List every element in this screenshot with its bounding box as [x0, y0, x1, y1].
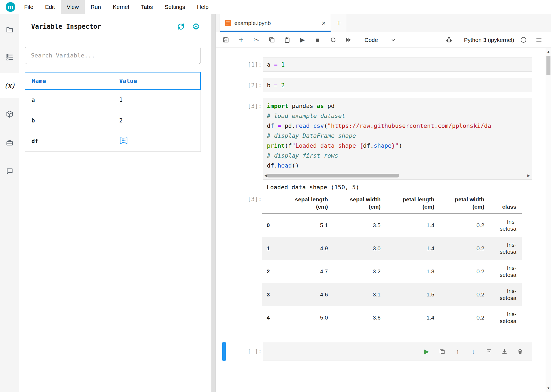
menu-settings[interactable]: Settings — [159, 0, 191, 14]
dataframe-table: sepal length(cm)sepal width(cm)petal len… — [262, 191, 522, 329]
cut-cells-button[interactable]: ✂ — [250, 34, 263, 46]
cell-type-dropdown[interactable]: Code — [364, 37, 396, 43]
dataframe-grid-icon[interactable] — [119, 137, 128, 144]
code-cell-1[interactable]: a = 1 — [263, 57, 532, 72]
dataframe-body: 05.13.51.40.2Iris-setosa14.93.01.40.2Iri… — [262, 214, 522, 329]
insert-cell-button[interactable]: + — [235, 34, 247, 46]
search-variable-input[interactable] — [25, 47, 201, 64]
activity-running[interactable] — [0, 47, 19, 67]
scroll-left-icon[interactable]: ◀ — [264, 173, 267, 177]
refresh-button[interactable] — [176, 21, 186, 32]
menu-help[interactable]: Help — [191, 0, 214, 14]
paste-cells-button[interactable] — [281, 34, 293, 46]
vertical-scroll-thumb[interactable] — [546, 56, 550, 75]
code-cell-3[interactable]: import pandas as pd# load example datase… — [263, 99, 532, 180]
tab-example-ipynb[interactable]: example.ipynb × — [220, 14, 331, 32]
menu-edit[interactable]: Edit — [39, 0, 61, 14]
variable-value-icon-cell — [113, 137, 201, 146]
restart-icon — [330, 37, 337, 43]
toolbar-menu-button[interactable] — [533, 34, 545, 46]
menu-file[interactable]: File — [18, 0, 39, 14]
add-icon: + — [239, 36, 244, 44]
variable-row: b 2 — [25, 110, 201, 131]
activity-chat[interactable] — [0, 162, 19, 181]
play-icon: ▶ — [424, 348, 429, 355]
insert-cell-below-icon — [501, 348, 508, 355]
horizontal-scrollbar[interactable]: ◀ ▶ — [263, 172, 532, 179]
output-prompt: [3]: — [216, 194, 262, 204]
variable-name: a — [25, 97, 113, 103]
input-prompt: [1]: — [216, 60, 262, 70]
activity-files[interactable] — [0, 20, 19, 39]
run-icon: ▶ — [300, 37, 305, 43]
dataframe-row: 45.03.61.40.2Iris-setosa — [262, 306, 522, 329]
variable-inspector-panel: Variable Inspector ⚙ Name Value a 1 — [19, 14, 211, 392]
panel-resizer[interactable] — [211, 14, 216, 392]
chevron-down-icon — [390, 37, 396, 43]
activity-variable-inspector[interactable]: (x) — [0, 73, 19, 98]
toolbar-right: Python 3 (ipykernel) — [443, 34, 545, 46]
variable-inspector-icon: (x) — [5, 81, 14, 90]
insert-cell-above-icon — [486, 348, 492, 355]
menu-tabs[interactable]: Tabs — [135, 0, 159, 14]
horizontal-scroll-thumb[interactable] — [267, 174, 399, 177]
vertical-scrollbar[interactable]: ▲ ▼ — [546, 48, 551, 392]
stdout-text: Loaded data shape (150, 5) — [267, 183, 359, 192]
menu-view[interactable]: View — [61, 0, 85, 14]
duplicate-icon — [439, 348, 445, 355]
code-cell-2[interactable]: b = 2 — [263, 78, 532, 92]
activity-bar: (x) — [0, 14, 19, 392]
variable-name: b — [25, 117, 113, 124]
notebook-icon — [225, 20, 231, 26]
new-tab-button[interactable]: + — [331, 14, 346, 32]
run-all-icon — [345, 37, 352, 43]
panel-title: Variable Inspector — [31, 23, 101, 30]
scroll-down-icon[interactable]: ▼ — [546, 385, 551, 391]
settings-button[interactable]: ⚙ — [191, 21, 201, 32]
variable-name: df — [25, 138, 113, 144]
variable-value: 1 — [113, 97, 201, 103]
kernel-name[interactable]: Python 3 (ipykernel) — [464, 37, 514, 43]
cell-move-down-button[interactable]: ↓ — [469, 347, 478, 356]
activity-extensions[interactable] — [0, 104, 19, 124]
variable-row: a 1 — [25, 90, 201, 110]
trash-icon — [517, 348, 523, 355]
interrupt-kernel-button[interactable]: ■ — [312, 34, 324, 46]
variable-row: df — [25, 131, 201, 152]
insert-cell-below-button[interactable] — [500, 347, 509, 356]
tab-bar: example.ipynb × + — [216, 14, 551, 32]
insert-cell-above-button[interactable] — [484, 347, 493, 356]
run-cell-button[interactable]: ▶ — [296, 34, 309, 46]
scroll-up-icon[interactable]: ▲ — [546, 48, 551, 55]
tab-label: example.ipynb — [234, 20, 271, 26]
dataframe-row: 05.13.51.40.2Iris-setosa — [262, 214, 522, 237]
cell-duplicate-button[interactable] — [438, 347, 447, 356]
dataframe-header-row: sepal length(cm)sepal width(cm)petal len… — [262, 191, 522, 214]
restart-kernel-button[interactable] — [327, 34, 339, 46]
variable-table: Name Value a 1 b 2 df — [25, 72, 201, 152]
debugger-button[interactable] — [443, 34, 455, 46]
jupyter-app: m File Edit View Run Kernel Tabs Setting… — [0, 0, 551, 392]
copy-icon — [269, 37, 275, 43]
run-all-cells-button[interactable] — [342, 34, 355, 46]
dataframe-row: 24.73.21.30.2Iris-setosa — [262, 260, 522, 283]
save-icon — [223, 37, 229, 43]
gear-icon: ⚙ — [192, 22, 200, 31]
copy-cells-button[interactable] — [266, 34, 278, 46]
app-logo: m — [3, 0, 18, 14]
up-arrow-icon: ↑ — [456, 348, 459, 355]
empty-code-cell[interactable]: ▶ ↑ ↓ — [263, 342, 532, 361]
cell-run-button[interactable]: ▶ — [422, 347, 431, 356]
cube-icon — [6, 110, 13, 118]
activity-toolbox[interactable] — [0, 133, 19, 152]
delete-cell-button[interactable] — [516, 347, 525, 356]
running-list-icon — [6, 53, 13, 61]
save-button[interactable] — [220, 34, 232, 46]
close-tab-icon[interactable]: × — [322, 20, 326, 27]
menu-run[interactable]: Run — [85, 0, 107, 14]
menu-kernel[interactable]: Kernel — [107, 0, 135, 14]
input-prompt: [ ]: — [216, 346, 262, 356]
scroll-right-icon[interactable]: ▶ — [527, 173, 530, 177]
notebook-scroll-area: [1]: a = 1 [2]: b = 2 [3]: import pandas… — [216, 48, 551, 392]
cell-move-up-button[interactable]: ↑ — [453, 347, 462, 356]
